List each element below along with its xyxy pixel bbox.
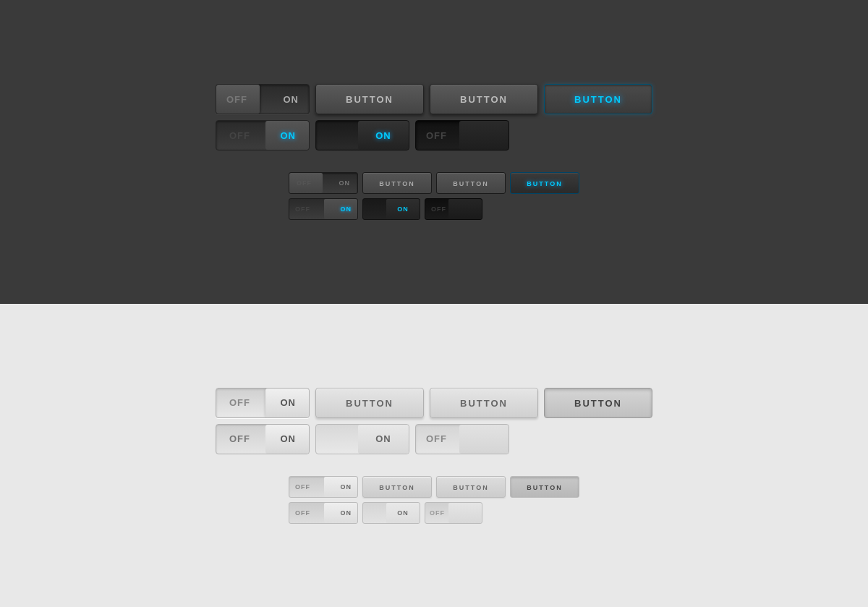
light-small-toggle-off-1: OFF [295,483,310,491]
toggle-mid-light-1[interactable]: ON [315,424,409,454]
dark-large-row-2: OFF ON ON OFF [216,120,652,150]
light-small-row-1: OFF ON BUTTON BUTTON BUTTON [289,476,579,498]
small-toggle-on-1: ON [339,179,351,187]
toggle-small-dark-1[interactable]: OFF ON [289,172,358,194]
toggle-off-label-2: OFF [229,130,250,141]
button-large-dark-2[interactable]: BUTTON [430,84,538,114]
toggle-on-active-label-1: ON [281,130,297,141]
btn-large-light-3-active[interactable]: BUTTON [544,388,652,418]
light-toggle-off-1: OFF [229,397,250,408]
toggle-mid-on-label-1: ON [375,130,391,141]
toggle-small-off-handle-1 [448,199,482,219]
light-large-group: OFF ON BUTTON BUTTON BUTTON OFF ON ON OF… [216,388,652,454]
light-off-label-1: OFF [426,433,447,444]
dark-small-row-2: OFF ON ON OFF [289,198,579,220]
small-mid-on-1: ON [397,205,409,213]
light-large-row-2: OFF ON ON OFF [216,424,652,454]
btn-small-dark-2[interactable]: BUTTON [436,172,506,194]
toggle-small-light-1[interactable]: OFF ON [289,476,358,498]
toggle-small-dark-on-1[interactable]: OFF ON [289,198,358,220]
button-large-dark-1[interactable]: BUTTON [315,84,424,114]
dark-section: OFF ON BUTTON BUTTON BUTTON OFF ON ON [0,0,868,304]
toggle-mid-dark-1[interactable]: ON [315,120,409,150]
light-small-toggle-off-2: OFF [295,509,310,517]
toggle-large-dark-on-1[interactable]: OFF ON [216,120,310,150]
toggle-off-light-handle-1 [459,425,509,454]
light-small-toggle-on-1: ON [341,483,352,491]
toggle-small-mid-1[interactable]: ON [362,198,420,220]
btn-small-dark-1[interactable]: BUTTON [362,172,432,194]
light-toggle-off-2: OFF [229,433,250,444]
btn-small-light-1[interactable]: BUTTON [362,476,432,498]
dark-small-group: OFF ON BUTTON BUTTON BUTTON OFF ON ON OF… [289,172,579,220]
btn-large-light-1[interactable]: BUTTON [315,388,424,418]
light-small-off-label-1: OFF [430,509,445,517]
light-small-toggle-on-2: ON [341,509,352,517]
toggle-off-dark-1[interactable]: OFF [415,120,509,150]
dark-large-group: OFF ON BUTTON BUTTON BUTTON OFF ON ON [216,84,652,150]
light-section: OFF ON BUTTON BUTTON BUTTON OFF ON ON OF… [0,304,868,607]
toggle-small-off-1[interactable]: OFF [425,198,482,220]
btn-small-dark-3-active[interactable]: BUTTON [510,172,579,194]
toggle-mid-light-handle-1: ON [358,425,409,454]
small-toggle-off-2: OFF [295,205,310,213]
toggle-off-label-1: OFF [226,94,247,105]
toggle-off-light-1[interactable]: OFF [415,424,509,454]
toggle-small-off-light-handle-1 [448,503,482,523]
button-large-dark-3-active[interactable]: BUTTON [544,84,652,114]
small-toggle-off-1: OFF [297,179,312,187]
dark-large-row-1: OFF ON BUTTON BUTTON BUTTON [216,84,652,114]
light-small-mid-on-1: ON [397,509,409,517]
light-toggle-on-2: ON [281,433,297,444]
toggle-large-light-1[interactable]: OFF ON [216,388,310,418]
btn-small-light-3-active[interactable]: BUTTON [510,476,579,498]
btn-large-light-2[interactable]: BUTTON [430,388,538,418]
toggle-small-off-light-1[interactable]: OFF [425,502,482,524]
dark-small-row-1: OFF ON BUTTON BUTTON BUTTON [289,172,579,194]
light-small-group: OFF ON BUTTON BUTTON BUTTON OFF ON ON OF… [289,476,579,524]
toggle-small-light-on-1[interactable]: OFF ON [289,502,358,524]
toggle-small-mid-light-1[interactable]: ON [362,502,420,524]
toggle-mid-handle-1: ON [358,121,409,150]
toggle-large-light-on-1[interactable]: OFF ON [216,424,310,454]
toggle-small-mid-light-handle-1: ON [386,503,420,523]
light-toggle-on-1: ON [281,397,297,408]
light-small-row-2: OFF ON ON OFF [289,502,579,524]
small-off-label-1: OFF [431,205,446,213]
light-large-row-1: OFF ON BUTTON BUTTON BUTTON [216,388,652,418]
toggle-on-label-1: ON [284,94,299,105]
light-mid-on-1: ON [375,433,391,444]
toggle-off-handle-1 [459,121,509,150]
small-toggle-on-active-1: ON [341,205,352,213]
toggle-off-only-label-1: OFF [426,130,447,141]
toggle-small-mid-handle-1: ON [386,199,420,219]
toggle-large-dark-1[interactable]: OFF ON [216,84,310,114]
btn-small-light-2[interactable]: BUTTON [436,476,506,498]
